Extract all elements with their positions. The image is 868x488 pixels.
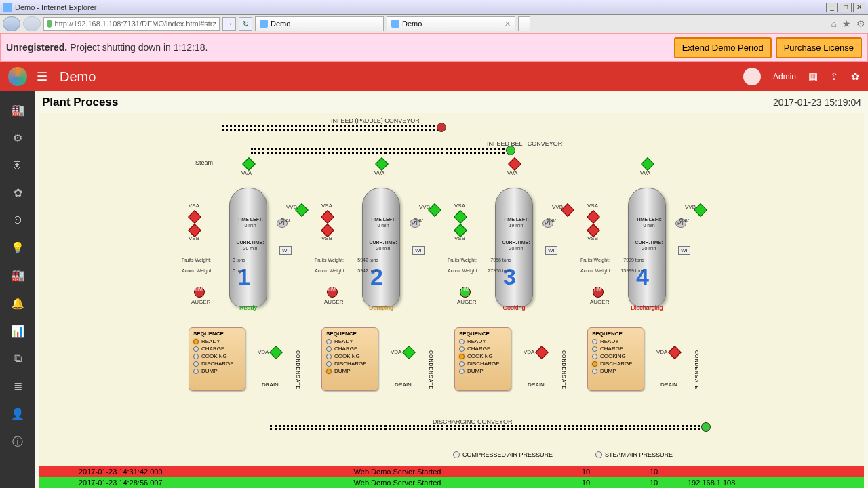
valve-vda[interactable] [269, 346, 283, 359]
user-name[interactable]: Admin [773, 72, 796, 81]
event-log: 2017-01-23 14:31:42.009 Web Demo Server … [39, 466, 864, 488]
seq-led-cooking [459, 354, 465, 359]
valve-vsa[interactable] [321, 210, 334, 224]
nav-user-icon[interactable]: 👤 [11, 407, 24, 420]
nav-plant-icon[interactable]: 🏭 [11, 104, 24, 117]
motor-belt [506, 146, 515, 155]
nav-info-icon[interactable]: ⓘ [12, 435, 23, 449]
share-icon[interactable]: ⇪ [830, 70, 839, 83]
label-infeed-belt: INFEED BELT CONVEYOR [487, 140, 562, 147]
nav-db-icon[interactable]: ≣ [14, 380, 22, 392]
nav-industry-icon[interactable]: 🏭 [11, 269, 24, 282]
extend-demo-button[interactable]: Extend Demo Period [674, 37, 772, 58]
valve-vda[interactable] [402, 346, 416, 359]
label-auger: AUGER [590, 299, 609, 305]
wi-indicator: WI [545, 246, 557, 255]
valve-vda[interactable] [668, 346, 682, 359]
label-vda: VDA [391, 349, 401, 355]
address-bar[interactable]: http://192.168.1.108:7131/DEMO/index.htm… [43, 17, 220, 30]
browser-toolbar: http://192.168.1.108:7131/DEMO/index.htm… [0, 15, 868, 33]
minimize-button[interactable]: _ [826, 3, 838, 12]
favorites-icon[interactable]: ★ [842, 18, 851, 29]
label-auger: AUGER [457, 299, 476, 305]
maximize-button[interactable]: □ [840, 3, 852, 12]
valve-vvb[interactable] [694, 203, 707, 217]
home-icon[interactable]: ⌂ [831, 18, 837, 29]
nav-cog-icon[interactable]: ✿ [14, 186, 22, 199]
wi-indicator: WI [279, 246, 292, 255]
event-msg: Web Demo Server Started [243, 468, 552, 476]
forward-button[interactable] [23, 16, 41, 31]
nav-bulb-icon[interactable]: 💡 [11, 241, 24, 254]
sequence-panel[interactable]: SEQUENCE: READYCHARGECOOKINGDISCHARGEDUM… [321, 327, 378, 391]
close-button[interactable]: ✕ [853, 3, 865, 12]
event-ts: 2017-01-23 14:28:56.007 [39, 479, 243, 487]
qr-icon[interactable]: ▦ [808, 70, 818, 83]
valve-vva[interactable] [641, 157, 654, 171]
label-auger: AUGER [191, 299, 210, 305]
nav-gauge-icon[interactable]: ⏲ [12, 214, 23, 226]
valve-vsa[interactable] [587, 210, 600, 224]
label-drain: DRAIN [528, 382, 545, 388]
nav-bell-icon[interactable]: 🔔 [11, 297, 24, 310]
nav-copy-icon[interactable]: ⧉ [14, 352, 22, 365]
valve-vvb[interactable] [561, 203, 574, 217]
wi-indicator: WI [678, 246, 690, 255]
close-tab-icon[interactable]: ✕ [505, 20, 511, 28]
valve-vda[interactable] [535, 346, 549, 359]
event-row[interactable]: 2017-01-23 14:28:56.007 Web Demo Server … [39, 477, 864, 488]
valve-vsa[interactable] [454, 210, 467, 224]
menu-icon[interactable]: ☰ [37, 69, 47, 84]
avatar[interactable] [743, 68, 761, 85]
sequence-panel[interactable]: SEQUENCE: READYCHARGECOOKINGDISCHARGEDUM… [454, 327, 511, 391]
cooker-state: Ready [229, 304, 267, 311]
nav-shield-icon[interactable]: ⛨ [12, 159, 23, 171]
seq-led-discharge [459, 361, 465, 367]
label-vva: VVA [640, 170, 650, 176]
nav-chart-icon[interactable]: 📊 [11, 325, 24, 338]
license-banner: Unregistered. Project shutting down in 1… [0, 33, 868, 62]
sequence-panel[interactable]: SEQUENCE: READYCHARGECOOKINGDISCHARGEDUM… [189, 327, 245, 391]
event-msg: Web Demo Server Started [243, 479, 552, 487]
purchase-license-button[interactable]: Purchase License [776, 37, 862, 58]
window-title: Demo - Internet Explorer [15, 3, 96, 12]
valve-vva[interactable] [242, 157, 256, 171]
favicon [391, 20, 399, 28]
label-vsa: VSA [321, 203, 332, 209]
browser-tab-1[interactable]: Demo [255, 16, 384, 31]
side-nav: 🏭 ⚙ ⛨ ✿ ⏲ 💡 🏭 🔔 📊 ⧉ ≣ 👤 ⓘ [0, 92, 35, 488]
globe-icon [47, 20, 52, 28]
valve-vsa[interactable] [188, 210, 201, 224]
valve-vva[interactable] [375, 157, 389, 171]
sequence-panel[interactable]: SEQUENCE: READYCHARGECOOKINGDISCHARGEDUM… [587, 327, 644, 391]
window-titlebar: Demo - Internet Explorer _ □ ✕ [0, 0, 868, 15]
valve-vvb[interactable] [428, 203, 441, 217]
seq-led-dump [193, 369, 199, 374]
back-button[interactable] [3, 16, 20, 31]
label-vva: VVA [374, 170, 384, 176]
seq-led-charge [592, 346, 597, 352]
new-tab-button[interactable] [518, 16, 530, 31]
seq-led-dump [459, 369, 465, 374]
settings-icon[interactable]: ✿ [851, 70, 860, 83]
valve-vvb[interactable] [295, 203, 309, 217]
go-button[interactable]: → [222, 17, 236, 30]
browser-tab-2[interactable]: Demo✕ [387, 16, 515, 31]
event-row[interactable]: 2017-01-23 14:31:42.009 Web Demo Server … [39, 466, 864, 477]
label-vvb: VVB [286, 204, 297, 210]
cooker-state: Discharging [628, 304, 666, 311]
label-vda: VDA [656, 349, 667, 355]
valve-vva[interactable] [508, 157, 521, 171]
refresh-button[interactable]: ↻ [239, 17, 252, 30]
cooker-state: Dumping [362, 304, 400, 311]
seq-led-ready [193, 339, 199, 344]
nav-gears-icon[interactable]: ⚙ [13, 131, 22, 144]
wi-indicator: WI [412, 246, 425, 255]
tools-icon[interactable]: ⚙ [856, 18, 865, 29]
label-vsb: VSB [454, 235, 465, 241]
label-condensate: CONDENSATE [561, 350, 566, 390]
label-vvb: VVB [685, 204, 696, 210]
seq-led-dump [326, 369, 332, 374]
label-vsb: VSB [189, 235, 199, 241]
label-vva: VVA [241, 170, 252, 176]
